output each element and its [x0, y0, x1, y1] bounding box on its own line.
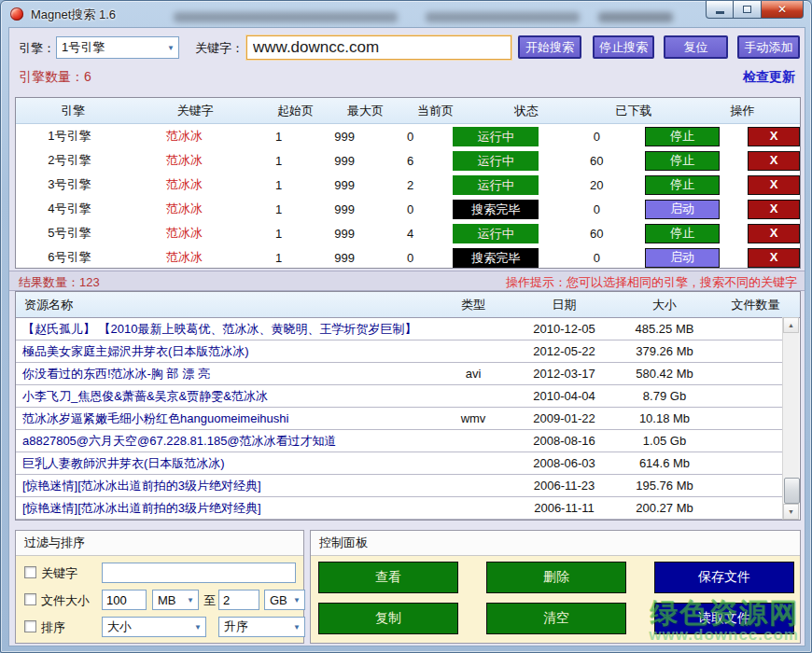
column-header-status: 状态	[470, 103, 582, 119]
engine-name-cell: 6号引擎	[16, 249, 123, 266]
reset-button[interactable]: 复位	[664, 35, 728, 59]
filter-keyword-checkbox[interactable]	[24, 566, 36, 578]
check-update-link[interactable]: 检查更新	[743, 69, 795, 86]
scroll-up-icon[interactable]: ▲	[783, 317, 799, 333]
result-row[interactable]: 小李飞刀_焦恩俊&萧蔷&吴京&贾静雯&范冰冰2010-04-048.79 Gb	[16, 385, 784, 408]
stop-search-button[interactable]: 停止搜索	[593, 35, 654, 59]
scrollbar-thumb[interactable]	[784, 478, 800, 504]
engine-row: 5号引擎范冰冰19994运行中60停止X	[16, 221, 800, 245]
result-name-link[interactable]: [惊艳迷情][范冰冰出道前拍的3级片绝对经典]	[16, 478, 436, 494]
actions-cell: 停止X	[645, 127, 800, 146]
save-file-button[interactable]: 保存文件	[654, 562, 794, 593]
result-row[interactable]: 巨乳人妻教師沢井芽衣(日本版范冰冰)2008-06-03614.6 Mb	[16, 452, 784, 475]
view-button[interactable]: 查看	[318, 562, 458, 593]
size-max-input[interactable]	[218, 590, 259, 610]
size-min-input[interactable]	[102, 590, 147, 610]
close-button[interactable]: ✕	[761, 1, 804, 19]
result-row[interactable]: [惊艳迷情][范冰冰出道前拍的3级片绝对经典]2006-11-23195.76 …	[16, 475, 784, 497]
maximize-button[interactable]	[734, 1, 761, 19]
max-page-cell: 999	[312, 251, 378, 265]
filter-size-checkbox[interactable]	[24, 593, 36, 605]
clear-button[interactable]: 清空	[486, 603, 626, 634]
result-name-link[interactable]: 巨乳人妻教師沢井芽衣(日本版范冰冰)	[16, 455, 436, 472]
start-page-cell: 1	[245, 178, 312, 192]
result-row[interactable]: 你没看过的东西!范冰冰-胸 部 漂 亮avi2012-03-17580.42 M…	[16, 363, 784, 385]
column-header-maxpage: 最大页	[330, 103, 400, 119]
engine-name-cell: 4号引擎	[16, 201, 123, 217]
result-date-cell: 2010-04-04	[511, 389, 618, 403]
remove-engine-button[interactable]: X	[748, 175, 800, 195]
size-max-unit-select[interactable]: GB ▼	[264, 590, 305, 610]
size-min-unit-select[interactable]: MB ▼	[152, 590, 199, 610]
result-size-cell: 485.25 MB	[618, 322, 711, 336]
keyword-input[interactable]	[246, 35, 511, 60]
read-file-button[interactable]: 读取文件	[654, 603, 794, 634]
start-search-button[interactable]: 开始搜索	[518, 35, 581, 59]
scroll-down-icon[interactable]: ▼	[783, 504, 799, 520]
delete-button[interactable]: 删除	[486, 562, 626, 593]
result-name-link[interactable]: 極品美女家庭主婦沢井芽衣(日本版范冰冰)	[16, 343, 436, 360]
remove-engine-button[interactable]: X	[748, 127, 800, 146]
desktop-blur	[598, 12, 673, 22]
column-header-filecount: 文件数量	[711, 297, 800, 313]
sort-checkbox[interactable]	[24, 620, 36, 632]
result-row[interactable]: a8827805@六月天空@67.228.81.185@范冰冰看过才知道2008…	[16, 430, 784, 452]
client-area: 引擎： 1号引擎 ▼ 关键字： 开始搜索 停止搜索 复位 手动添加 引擎数量：6…	[8, 27, 805, 646]
start-engine-button[interactable]: 启动	[645, 200, 720, 219]
filter-panel-title: 过滤与排序	[16, 531, 303, 556]
engine-name-cell: 2号引擎	[16, 152, 123, 169]
max-page-cell: 999	[312, 227, 378, 241]
minimize-button[interactable]	[706, 1, 734, 19]
result-row[interactable]: [惊艳迷情][范冰冰出道前拍的3级片绝对经典]2006-11-11200.27 …	[16, 497, 784, 520]
result-name-link[interactable]: a8827805@六月天空@67.228.81.185@范冰冰看过才知道	[16, 433, 436, 450]
size-max-unit-value: GB	[270, 593, 287, 607]
stop-engine-button[interactable]: 停止	[645, 224, 720, 243]
actions-cell: 启动X	[645, 248, 800, 268]
engine-row: 2号引擎范冰冰19996运行中60停止X	[16, 148, 800, 173]
stop-engine-button[interactable]: 停止	[645, 175, 720, 195]
result-size-cell: 10.18 Mb	[618, 411, 711, 425]
app-icon	[10, 7, 23, 21]
engine-keyword-cell: 范冰冰	[123, 249, 246, 266]
column-header-name: 资源名称	[16, 297, 436, 313]
desktop-blur	[174, 12, 398, 22]
actions-cell: 停止X	[645, 224, 800, 243]
filter-keyword-input[interactable]	[102, 563, 296, 583]
copy-button[interactable]: 复制	[318, 603, 458, 634]
remove-engine-button[interactable]: X	[748, 224, 800, 243]
sort-order-select[interactable]: 升序 ▼	[218, 617, 305, 637]
result-name-link[interactable]: [惊艳迷情][范冰冰出道前拍的3级片绝对经典]	[16, 500, 436, 517]
results-scrollbar[interactable]: ▲ ▼	[782, 317, 799, 520]
sort-field-select[interactable]: 大小 ▼	[102, 617, 206, 637]
status-badge: 搜索完毕	[453, 248, 539, 268]
result-row[interactable]: 極品美女家庭主婦沢井芽衣(日本版范冰冰)2012-05-22379.26 Mb	[16, 340, 784, 363]
remove-engine-button[interactable]: X	[748, 248, 800, 268]
remove-engine-button[interactable]: X	[748, 151, 800, 171]
stop-engine-button[interactable]: 停止	[645, 151, 720, 171]
max-page-cell: 999	[312, 130, 378, 144]
result-name-link[interactable]: 范冰冰岁逼紧嫩毛细小粉红色hanguomeimeihushi	[16, 410, 436, 427]
result-type-cell: wmv	[436, 411, 511, 425]
engine-select[interactable]: 1号引擎 ▼	[56, 36, 179, 59]
manual-add-button[interactable]: 手动添加	[737, 35, 800, 59]
result-name-link[interactable]: 你没看过的东西!范冰冰-胸 部 漂 亮	[16, 366, 436, 382]
result-row[interactable]: 【赵氏孤儿】 【2010最新上映葛优、范冰冰、黄晓明、王学圻贺岁巨制】2010-…	[16, 318, 784, 340]
chevron-down-icon: ▼	[194, 623, 202, 632]
filter-sort-panel: 过滤与排序 关键字 文件大小 MB ▼ 至 GB ▼	[15, 530, 304, 644]
stop-engine-button[interactable]: 停止	[645, 127, 720, 146]
downloaded-cell: 0	[549, 202, 645, 216]
start-engine-button[interactable]: 启动	[645, 248, 720, 268]
start-page-cell: 1	[245, 227, 312, 241]
result-name-link[interactable]: 【赵氏孤儿】 【2010最新上映葛优、范冰冰、黄晓明、王学圻贺岁巨制】	[16, 321, 436, 338]
max-page-cell: 999	[312, 178, 378, 192]
column-header-actions: 操作	[685, 103, 800, 119]
result-name-link[interactable]: 小李飞刀_焦恩俊&萧蔷&吴京&贾静雯&范冰冰	[16, 388, 436, 405]
status-cell: 运行中	[443, 175, 549, 195]
result-row[interactable]: 范冰冰岁逼紧嫩毛细小粉红色hanguomeimeihushiwmv2009-01…	[16, 408, 784, 430]
sort-field-value: 大小	[107, 618, 132, 635]
current-page-cell: 6	[377, 154, 443, 168]
title-bar[interactable]: Magnet搜索 1.6 ✕	[1, 1, 811, 27]
control-panel-title: 控制面板	[311, 531, 800, 556]
remove-engine-button[interactable]: X	[748, 200, 800, 219]
column-header-currentpage: 当前页	[400, 103, 470, 119]
